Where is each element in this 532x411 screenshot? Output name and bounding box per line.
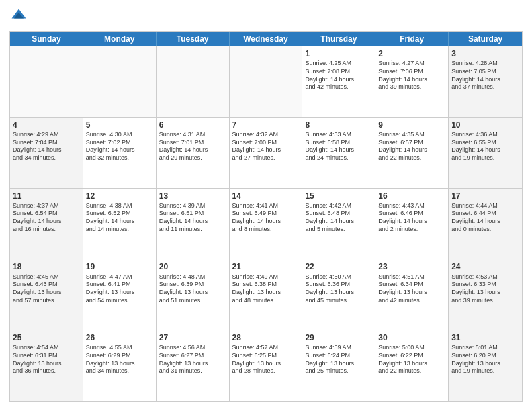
cell-detail: Sunrise: 4:45 AM Sunset: 6:43 PM Dayligh… xyxy=(13,273,80,305)
cell-detail: Sunrise: 4:49 AM Sunset: 6:38 PM Dayligh… xyxy=(232,273,300,305)
cell-detail: Sunrise: 4:44 AM Sunset: 6:44 PM Dayligh… xyxy=(451,202,519,234)
cell-detail: Sunrise: 4:37 AM Sunset: 6:54 PM Dayligh… xyxy=(13,202,80,234)
day-number: 12 xyxy=(86,191,153,201)
day-number: 11 xyxy=(13,191,80,201)
cal-cell-day-17: 17Sunrise: 4:44 AM Sunset: 6:44 PM Dayli… xyxy=(449,189,522,259)
calendar-week-5: 25Sunrise: 4:54 AM Sunset: 6:31 PM Dayli… xyxy=(10,330,522,401)
cell-detail: Sunrise: 4:27 AM Sunset: 7:06 PM Dayligh… xyxy=(378,60,445,91)
day-number: 22 xyxy=(305,261,372,272)
day-number: 1 xyxy=(305,48,372,59)
cal-cell-empty xyxy=(10,46,83,117)
cal-cell-day-12: 12Sunrise: 4:38 AM Sunset: 6:52 PM Dayli… xyxy=(83,189,157,259)
cell-detail: Sunrise: 4:33 AM Sunset: 6:58 PM Dayligh… xyxy=(305,131,372,163)
calendar-header-row: SundayMondayTuesdayWednesdayThursdayFrid… xyxy=(10,32,522,46)
calendar-body: 1Sunrise: 4:25 AM Sunset: 7:08 PM Daylig… xyxy=(10,46,522,401)
cal-cell-day-14: 14Sunrise: 4:41 AM Sunset: 6:49 PM Dayli… xyxy=(230,189,303,259)
page: SundayMondayTuesdayWednesdayThursdayFrid… xyxy=(0,0,532,411)
cal-cell-day-1: 1Sunrise: 4:25 AM Sunset: 7:08 PM Daylig… xyxy=(302,46,375,117)
calendar: SundayMondayTuesdayWednesdayThursdayFrid… xyxy=(9,31,523,402)
day-number: 15 xyxy=(305,191,372,201)
day-number: 2 xyxy=(378,48,445,59)
logo-icon xyxy=(9,7,28,26)
cell-detail: Sunrise: 4:38 AM Sunset: 6:52 PM Dayligh… xyxy=(86,202,153,234)
cal-cell-day-20: 20Sunrise: 4:48 AM Sunset: 6:39 PM Dayli… xyxy=(157,259,230,330)
cal-cell-day-11: 11Sunrise: 4:37 AM Sunset: 6:54 PM Dayli… xyxy=(10,189,83,259)
cal-cell-empty xyxy=(230,46,303,117)
cell-detail: Sunrise: 4:57 AM Sunset: 6:25 PM Dayligh… xyxy=(232,344,300,375)
day-number: 20 xyxy=(159,261,226,272)
cell-detail: Sunrise: 4:42 AM Sunset: 6:48 PM Dayligh… xyxy=(305,202,372,234)
cal-cell-day-29: 29Sunrise: 4:59 AM Sunset: 6:24 PM Dayli… xyxy=(302,330,375,401)
cal-cell-day-24: 24Sunrise: 4:53 AM Sunset: 6:33 PM Dayli… xyxy=(449,259,522,330)
cell-detail: Sunrise: 4:47 AM Sunset: 6:41 PM Dayligh… xyxy=(86,273,153,305)
cal-cell-day-7: 7Sunrise: 4:32 AM Sunset: 7:00 PM Daylig… xyxy=(230,118,303,188)
header-day-saturday: Saturday xyxy=(449,32,522,46)
header-day-sunday: Sunday xyxy=(10,32,83,46)
header-day-wednesday: Wednesday xyxy=(230,32,303,46)
cell-detail: Sunrise: 4:43 AM Sunset: 6:46 PM Dayligh… xyxy=(378,202,445,234)
cell-detail: Sunrise: 5:01 AM Sunset: 6:20 PM Dayligh… xyxy=(451,344,519,375)
day-number: 27 xyxy=(159,332,226,343)
cell-detail: Sunrise: 4:36 AM Sunset: 6:55 PM Dayligh… xyxy=(451,131,519,163)
header-day-monday: Monday xyxy=(83,32,157,46)
cell-detail: Sunrise: 4:39 AM Sunset: 6:51 PM Dayligh… xyxy=(159,202,226,234)
day-number: 14 xyxy=(232,191,300,201)
calendar-week-4: 18Sunrise: 4:45 AM Sunset: 6:43 PM Dayli… xyxy=(10,259,522,330)
cal-cell-day-28: 28Sunrise: 4:57 AM Sunset: 6:25 PM Dayli… xyxy=(230,330,303,401)
cal-cell-day-25: 25Sunrise: 4:54 AM Sunset: 6:31 PM Dayli… xyxy=(10,330,83,401)
day-number: 21 xyxy=(232,261,300,272)
day-number: 13 xyxy=(159,191,226,201)
cal-cell-day-10: 10Sunrise: 4:36 AM Sunset: 6:55 PM Dayli… xyxy=(449,118,522,188)
cal-cell-day-19: 19Sunrise: 4:47 AM Sunset: 6:41 PM Dayli… xyxy=(83,259,157,330)
calendar-week-2: 4Sunrise: 4:29 AM Sunset: 7:04 PM Daylig… xyxy=(10,117,522,188)
footer-note xyxy=(9,402,523,404)
cell-detail: Sunrise: 4:50 AM Sunset: 6:36 PM Dayligh… xyxy=(305,273,372,305)
cal-cell-day-5: 5Sunrise: 4:30 AM Sunset: 7:02 PM Daylig… xyxy=(83,118,157,188)
cal-cell-day-31: 31Sunrise: 5:01 AM Sunset: 6:20 PM Dayli… xyxy=(449,330,522,401)
cell-detail: Sunrise: 4:35 AM Sunset: 6:57 PM Dayligh… xyxy=(378,131,445,163)
cal-cell-day-4: 4Sunrise: 4:29 AM Sunset: 7:04 PM Daylig… xyxy=(10,118,83,188)
header xyxy=(9,7,523,26)
calendar-week-3: 11Sunrise: 4:37 AM Sunset: 6:54 PM Dayli… xyxy=(10,188,522,259)
day-number: 3 xyxy=(451,48,519,59)
cal-cell-day-22: 22Sunrise: 4:50 AM Sunset: 6:36 PM Dayli… xyxy=(302,259,375,330)
header-day-friday: Friday xyxy=(375,32,449,46)
cell-detail: Sunrise: 4:28 AM Sunset: 7:05 PM Dayligh… xyxy=(451,60,519,91)
day-number: 23 xyxy=(378,261,445,272)
cell-detail: Sunrise: 4:29 AM Sunset: 7:04 PM Dayligh… xyxy=(13,131,80,163)
cal-cell-day-6: 6Sunrise: 4:31 AM Sunset: 7:01 PM Daylig… xyxy=(157,118,230,188)
cal-cell-empty xyxy=(157,46,230,117)
day-number: 19 xyxy=(86,261,153,272)
cell-detail: Sunrise: 4:48 AM Sunset: 6:39 PM Dayligh… xyxy=(159,273,226,305)
day-number: 25 xyxy=(13,332,80,343)
cal-cell-day-16: 16Sunrise: 4:43 AM Sunset: 6:46 PM Dayli… xyxy=(375,189,449,259)
cal-cell-empty xyxy=(83,46,157,117)
cal-cell-day-8: 8Sunrise: 4:33 AM Sunset: 6:58 PM Daylig… xyxy=(302,118,375,188)
cal-cell-day-30: 30Sunrise: 5:00 AM Sunset: 6:22 PM Dayli… xyxy=(375,330,449,401)
cal-cell-day-21: 21Sunrise: 4:49 AM Sunset: 6:38 PM Dayli… xyxy=(230,259,303,330)
day-number: 31 xyxy=(451,332,519,343)
day-number: 8 xyxy=(305,120,372,130)
day-number: 17 xyxy=(451,191,519,201)
cell-detail: Sunrise: 4:55 AM Sunset: 6:29 PM Dayligh… xyxy=(86,344,153,375)
logo xyxy=(9,7,31,26)
cell-detail: Sunrise: 4:53 AM Sunset: 6:33 PM Dayligh… xyxy=(451,273,519,305)
cell-detail: Sunrise: 4:31 AM Sunset: 7:01 PM Dayligh… xyxy=(159,131,226,163)
cal-cell-day-9: 9Sunrise: 4:35 AM Sunset: 6:57 PM Daylig… xyxy=(375,118,449,188)
cal-cell-day-27: 27Sunrise: 4:56 AM Sunset: 6:27 PM Dayli… xyxy=(157,330,230,401)
day-number: 28 xyxy=(232,332,300,343)
day-number: 10 xyxy=(451,120,519,130)
day-number: 26 xyxy=(86,332,153,343)
day-number: 6 xyxy=(159,120,226,130)
day-number: 16 xyxy=(378,191,445,201)
cell-detail: Sunrise: 4:41 AM Sunset: 6:49 PM Dayligh… xyxy=(232,202,300,234)
cell-detail: Sunrise: 5:00 AM Sunset: 6:22 PM Dayligh… xyxy=(378,344,445,375)
cell-detail: Sunrise: 4:54 AM Sunset: 6:31 PM Dayligh… xyxy=(13,344,80,375)
day-number: 5 xyxy=(86,120,153,130)
day-number: 24 xyxy=(451,261,519,272)
cell-detail: Sunrise: 4:25 AM Sunset: 7:08 PM Dayligh… xyxy=(305,60,372,91)
cal-cell-day-3: 3Sunrise: 4:28 AM Sunset: 7:05 PM Daylig… xyxy=(449,46,522,117)
cal-cell-day-2: 2Sunrise: 4:27 AM Sunset: 7:06 PM Daylig… xyxy=(375,46,449,117)
cal-cell-day-23: 23Sunrise: 4:51 AM Sunset: 6:34 PM Dayli… xyxy=(375,259,449,330)
day-number: 18 xyxy=(13,261,80,272)
